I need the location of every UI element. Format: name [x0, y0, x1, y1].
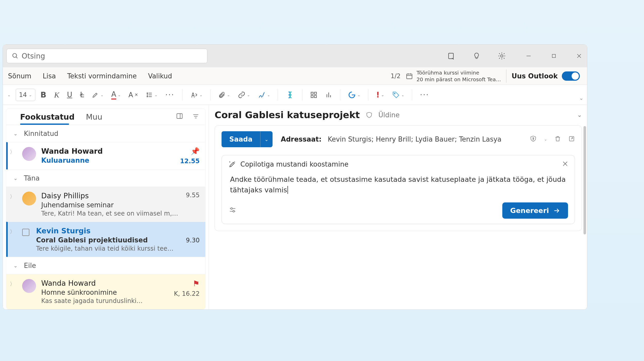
- reading-pane: Coral Gablesi katuseprojekt Üldine ⌄ Saa…: [209, 105, 587, 309]
- recipients-values[interactable]: Kevin Sturgis; Henry Brill; Lydia Bauer;…: [328, 135, 502, 143]
- svg-rect-18: [311, 95, 313, 97]
- arrow-right-icon: [553, 207, 560, 214]
- toggle-label: Uus Outlook: [512, 72, 558, 80]
- group-pinned-label: Kinnitatud: [24, 130, 58, 137]
- mail-preview: Tere kõigile, tahan viia teid kõiki kurs…: [36, 245, 200, 252]
- settings-icon[interactable]: [497, 52, 506, 60]
- more-formatting-button[interactable]: ···: [163, 89, 177, 101]
- svg-point-23: [394, 93, 395, 94]
- line-spacing-button[interactable]: ⌄: [143, 90, 160, 100]
- new-outlook-toggle[interactable]: Uus Outlook: [512, 71, 580, 81]
- expand-icon[interactable]: 〉: [10, 147, 17, 165]
- maximize-button[interactable]: [549, 52, 558, 60]
- font-color-button[interactable]: A⌄: [109, 88, 123, 101]
- attach-button[interactable]: ⌄: [216, 90, 233, 100]
- font-size-value: 14: [19, 91, 27, 99]
- clear-format-button[interactable]: A✕: [126, 89, 141, 100]
- minimize-button[interactable]: [524, 52, 533, 60]
- chevron-down-icon[interactable]: ⌄: [544, 137, 547, 141]
- inbox-tabs: Fookustatud Muu: [6, 109, 205, 121]
- calendar-icon: [406, 72, 413, 80]
- upcoming-meeting[interactable]: Töörühma kurssi viimine 20 min pärast on…: [406, 69, 506, 83]
- italic-button[interactable]: K: [52, 89, 62, 101]
- copilot-ribbon-button[interactable]: [283, 89, 297, 101]
- loop-button[interactable]: ⌄: [345, 89, 363, 100]
- discard-icon[interactable]: [554, 135, 561, 143]
- svg-line-1: [16, 57, 17, 58]
- group-yesterday[interactable]: ⌄ Eile: [6, 257, 205, 274]
- highlight-color-button[interactable]: ⌄: [89, 90, 106, 100]
- send-button[interactable]: Saada: [222, 131, 260, 147]
- encrypt-icon[interactable]: ?: [530, 135, 537, 143]
- copilot-prompt-input[interactable]: Andke töörühmale teada, et otsustasime k…: [228, 168, 568, 199]
- layout-icon[interactable]: [176, 112, 183, 121]
- chevron-down-icon[interactable]: ⌄: [577, 112, 582, 118]
- signature-button[interactable]: ⌄: [255, 89, 273, 100]
- content-area: Fookustatud Muu ⌄ Kinnitatud 〉: [3, 105, 587, 309]
- generate-button[interactable]: Genereeri: [502, 202, 568, 219]
- ribbon-tab-options[interactable]: Valikud: [148, 72, 172, 80]
- bold-button[interactable]: B: [38, 89, 49, 101]
- ribbon-tab-insert[interactable]: Lisa: [43, 72, 56, 80]
- mail-item-pinned[interactable]: 〉 Wanda Howard Kuluaruanne 📌 12.55: [6, 142, 205, 169]
- mail-subject: Kuluaruanne: [41, 157, 175, 164]
- lightbulb-icon[interactable]: [472, 52, 481, 60]
- send-split-button: Saada ⌄: [222, 131, 273, 147]
- svg-point-4: [501, 55, 503, 57]
- copilot-pen-icon: [228, 160, 236, 168]
- svg-point-0: [13, 53, 16, 57]
- styles-button[interactable]: ⌄: [188, 89, 205, 100]
- poll-button[interactable]: [323, 90, 335, 100]
- importance-button[interactable]: !⌄: [374, 89, 387, 101]
- close-icon[interactable]: [562, 160, 568, 168]
- svg-rect-16: [311, 92, 313, 94]
- group-yesterday-label: Eile: [24, 262, 36, 269]
- strikethrough-button[interactable]: Ł: [77, 89, 87, 101]
- mail-item[interactable]: 〉 Daisy Phillips Juhendamise seminar Ter…: [6, 187, 205, 222]
- tag-button[interactable]: ⌄: [389, 89, 407, 100]
- flag-icon: ⚑: [193, 279, 200, 288]
- scrollbar[interactable]: [583, 126, 586, 234]
- expand-icon[interactable]: 〉: [10, 192, 17, 217]
- mail-item-selected[interactable]: 〉 Kevin Sturgis Coral Gablesi projektiuu…: [6, 222, 205, 257]
- mail-time: 9.55: [186, 192, 200, 199]
- conversation-header: Coral Gablesi katuseprojekt Üldine ⌄: [215, 110, 582, 125]
- font-size-dropdown[interactable]: 14 ⌄: [16, 89, 35, 101]
- popout-icon[interactable]: [568, 135, 575, 143]
- adjust-icon[interactable]: [228, 206, 237, 216]
- close-button[interactable]: [575, 52, 583, 60]
- tab-focused[interactable]: Fookustatud: [20, 112, 74, 121]
- send-dropdown[interactable]: ⌄: [260, 131, 273, 147]
- search-input[interactable]: Otsing: [6, 49, 207, 63]
- mail-item-flagged[interactable]: 〉 Wanda Howard Homne sünkroonimine Kas s…: [6, 274, 205, 309]
- search-icon: [12, 53, 19, 59]
- svg-rect-9: [406, 74, 412, 79]
- conversation-title: Coral Gablesi katuseprojekt: [215, 110, 360, 120]
- svg-rect-2: [448, 53, 453, 59]
- expand-icon[interactable]: 〉: [10, 279, 17, 305]
- tab-other[interactable]: Muu: [86, 112, 102, 121]
- copilot-prompt-text: Andke töörühmale teada, et otsustasime k…: [230, 175, 566, 194]
- search-placeholder: Otsing: [22, 52, 45, 60]
- group-today[interactable]: ⌄ Täna: [6, 169, 205, 187]
- overflow-button[interactable]: ···: [417, 89, 432, 101]
- ribbon-tab-message[interactable]: Sõnum: [8, 72, 31, 80]
- underline-button[interactable]: U: [64, 89, 75, 101]
- apps-button[interactable]: [308, 90, 320, 100]
- mail-sender: Wanda Howard: [41, 279, 169, 288]
- group-pinned[interactable]: ⌄ Kinnitatud: [6, 125, 205, 142]
- expand-icon[interactable]: 〉: [10, 227, 17, 252]
- ribbon-tab-format[interactable]: Teksti vormindamine: [67, 72, 137, 80]
- mail-preview: Tere, Katri! Ma tean, et see on viimasel…: [41, 210, 181, 217]
- select-checkbox[interactable]: [22, 229, 29, 236]
- ribbon-collapse-button[interactable]: ⌄: [579, 95, 583, 101]
- notes-icon[interactable]: [447, 52, 456, 60]
- ribbon-tabs: Sõnum Lisa Teksti vormindamine Valikud 1…: [3, 67, 587, 85]
- filter-icon[interactable]: [192, 112, 199, 121]
- formatting-toolbar: ⌄ 14 ⌄ B K U Ł ⌄ A⌄ A✕ ⌄ ··· ⌄ ⌄ ⌄ ⌄: [3, 85, 587, 105]
- font-name-dropdown[interactable]: ⌄: [5, 91, 13, 99]
- pin-icon: 📌: [191, 147, 200, 155]
- recipients-label: Adressaat:: [281, 135, 321, 143]
- svg-rect-6: [552, 54, 556, 58]
- link-button[interactable]: ⌄: [235, 89, 253, 100]
